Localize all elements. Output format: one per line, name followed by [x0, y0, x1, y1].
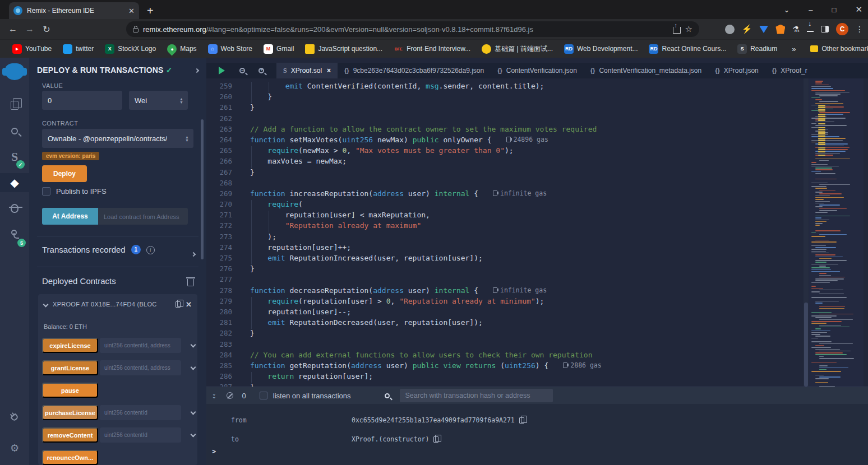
contract-collapse-icon[interactable] [43, 301, 49, 307]
remove-contract-icon[interactable]: ✕ [186, 300, 192, 309]
function-button-renounceOwn[interactable]: renounceOwn... [42, 450, 98, 465]
tab-search-icon[interactable]: ⌄ [783, 6, 789, 14]
copy-icon[interactable] [519, 417, 524, 424]
downloads-icon[interactable] [807, 26, 814, 32]
editor-tab[interactable]: SXProof.sol× [276, 63, 338, 78]
bookmark-item[interactable]: BFEFront-End Interview... [389, 43, 475, 55]
minimize-button[interactable]: – [809, 6, 812, 14]
profile-avatar[interactable]: C [836, 23, 848, 35]
deploy-button[interactable]: Deploy [42, 165, 87, 182]
expand-params-icon[interactable] [191, 341, 195, 348]
search-icon[interactable] [0, 122, 29, 141]
bookmark-item[interactable]: JavaScript question... [301, 43, 387, 55]
expand-params-icon[interactable] [191, 364, 195, 370]
code-line[interactable]: 274 reputation[user]++; [206, 243, 868, 254]
close-button[interactable]: ✕ [855, 4, 862, 15]
bookmark-item[interactable]: MGmail [259, 43, 298, 55]
forward-button[interactable]: → [21, 24, 38, 34]
value-input[interactable] [42, 91, 122, 110]
tab-close-icon[interactable]: × [327, 67, 331, 75]
terminal-search-input[interactable] [400, 389, 553, 402]
code-line[interactable]: 263// Add a function to allow the contra… [206, 125, 868, 136]
plugin-manager-icon[interactable] [0, 408, 29, 427]
expand-params-icon[interactable] [191, 431, 195, 438]
bookmark-item[interactable]: ⌂Web Store [204, 43, 257, 55]
at-address-input[interactable] [98, 208, 188, 225]
function-button-pause[interactable]: pause [42, 383, 98, 398]
plugin-connections-icon[interactable]: 5 [0, 225, 29, 244]
at-address-button[interactable]: At Address [42, 208, 98, 225]
code-line[interactable]: 286 return reputation[user]; [206, 372, 868, 383]
code-line[interactable]: 279 require(reputation[user] > 0, "Reput… [206, 297, 868, 308]
terminal-collapse-icon[interactable]: ⌄⌄ [212, 393, 216, 398]
bookmark-item[interactable]: RDReact Online Cours... [644, 43, 731, 55]
code-line[interactable]: 285function getReputation(address user) … [206, 361, 868, 372]
info-icon[interactable]: i [146, 246, 155, 254]
copy-icon[interactable] [433, 436, 438, 443]
menu-dots-icon[interactable]: ⋮ [856, 25, 864, 34]
code-line[interactable]: 264function setMaxVotes(uint256 newMax) … [206, 136, 868, 146]
editor-tab[interactable]: {}ContentVerification_metadata.json [584, 63, 708, 78]
code-line[interactable]: 277 [206, 275, 868, 286]
zoom-in-icon[interactable]: + [258, 68, 264, 73]
deploy-run-icon[interactable]: ◆ [0, 173, 29, 192]
zoom-out-icon[interactable]: – [239, 68, 245, 73]
file-explorer-icon[interactable] [0, 96, 29, 115]
code-line[interactable]: 271 reputation[user] < maxReputation, [206, 211, 868, 221]
debugger-icon[interactable] [0, 199, 29, 218]
unit-stepper-icon[interactable]: ▲▼ [179, 97, 183, 104]
function-params-input[interactable]: uint256 contentId, address [100, 338, 181, 353]
panel-collapse-icon[interactable] [195, 66, 198, 74]
editor-tab[interactable]: {}XProof_r [765, 63, 814, 78]
code-line[interactable]: 265 require(newMax > 0, "Max votes must … [206, 146, 868, 157]
code-line[interactable]: 281 emit ReputationDecreased(user, reput… [206, 318, 868, 329]
function-button-grantLicense[interactable]: grantLicense [42, 360, 98, 375]
function-params-input[interactable]: uint256 contentId [100, 405, 181, 420]
function-params-input[interactable]: uint256 contentId [100, 427, 181, 443]
function-params-input[interactable]: uint256 contentId, address [100, 360, 181, 375]
address-bar[interactable]: remix.ethereum.org/#lang=en&optimize=fal… [126, 21, 699, 37]
gem-extension-icon[interactable] [759, 26, 768, 33]
code-line[interactable]: 284// You can add external functions to … [206, 351, 868, 361]
function-button-removeContent[interactable]: removeContent [42, 427, 98, 443]
metamask-icon[interactable] [775, 25, 785, 34]
code-line[interactable]: 273 ); [206, 232, 868, 243]
share-icon[interactable] [673, 27, 681, 34]
new-tab-button[interactable]: + [147, 4, 154, 17]
code-line[interactable]: 267} [206, 168, 868, 179]
panel-scrollbar[interactable] [201, 119, 204, 259]
contract-stepper-icon[interactable]: ▲▼ [185, 136, 189, 142]
url-text[interactable]: remix.ethereum.org/#lang=en&optimize=fal… [143, 25, 668, 34]
bookmark-item[interactable]: ●Maps [163, 43, 201, 55]
function-button-purchaseLicense[interactable]: purchaseLicense [42, 405, 98, 420]
back-button[interactable]: ← [4, 24, 21, 34]
bookmark-item[interactable]: XStockX Logo [100, 43, 160, 55]
remix-logo-icon[interactable] [0, 62, 29, 81]
tab-close-icon[interactable]: ✕ [128, 7, 135, 15]
code-line[interactable]: 269function increaseReputation(address u… [206, 189, 868, 200]
code-line[interactable]: 268 [206, 179, 868, 189]
reload-button[interactable]: ↻ [38, 24, 55, 35]
code-line[interactable]: 259 emit ContentVerified(contentId, msg.… [206, 82, 868, 92]
contract-select[interactable]: Ownable - @openzeppelin/contracts/ [42, 129, 193, 148]
editor-tab[interactable]: {}9cbe263e7643d02c3cba6f9732526da9.json [338, 63, 491, 78]
bookmark-item[interactable]: ▸YouTube [8, 43, 56, 55]
transactions-expand-icon[interactable] [192, 248, 195, 258]
bookmark-item[interactable]: 基础篇 | 前端面试... [477, 43, 557, 55]
bolt-extension-icon[interactable]: ⚡ [742, 24, 752, 34]
bookmark-star-icon[interactable]: ☆ [685, 24, 692, 34]
copy-address-icon[interactable] [176, 301, 181, 308]
code-line[interactable]: 261} [206, 103, 868, 114]
clear-console-icon[interactable] [227, 392, 233, 399]
extension-icon[interactable] [725, 25, 735, 34]
editor-tab[interactable]: {}ContentVerification.json [491, 63, 584, 78]
browser-tab[interactable]: Remix - Ethereum IDE ✕ [9, 2, 139, 19]
publish-ipfs-checkbox[interactable] [42, 187, 50, 196]
bookmark-item[interactable]: SReadium [733, 43, 782, 55]
publish-ipfs-row[interactable]: Publish to IPFS [42, 187, 107, 196]
editor-tab[interactable]: {}XProof.json [708, 63, 765, 78]
run-script-icon[interactable] [219, 67, 225, 75]
code-line[interactable]: 276} [206, 264, 868, 275]
trash-icon[interactable] [187, 279, 194, 286]
listen-all-checkbox[interactable] [260, 392, 267, 399]
